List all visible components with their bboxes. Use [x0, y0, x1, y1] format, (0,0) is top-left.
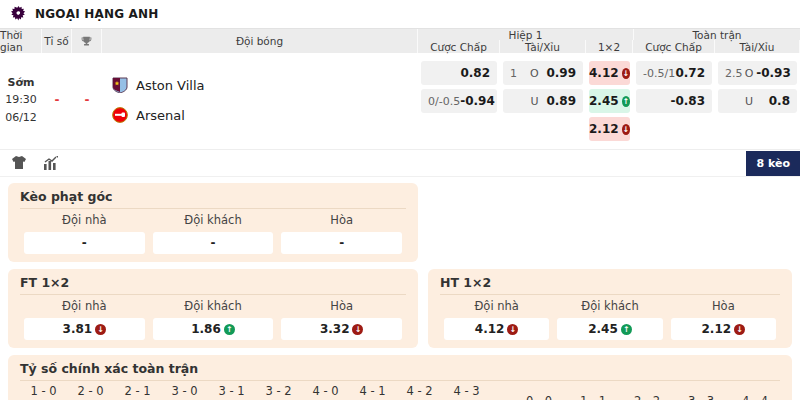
score-col: 0 - 0 9.5	[512, 394, 566, 400]
draw-scores-group: 0 - 0 9.5 1 - 1 5.6 2 - 2 16 3 - 3 99 4 …	[512, 384, 792, 400]
match-row: Sớm 19:30 06/12 - - Aston Villa	[0, 53, 800, 150]
score-col: 4 - 0 249 37	[302, 384, 349, 400]
col-header-time: Thời gian	[0, 29, 42, 53]
ht-1x2-away-odds[interactable]: 2.45	[557, 318, 662, 340]
corner-draw-col: Hòa -	[277, 213, 406, 254]
score-col: 2 - 0 25 7.2	[67, 384, 114, 400]
ft-1x2-home-col: Đội nhà 3.81	[20, 299, 149, 340]
ft-1x2-title: FT 1×2	[20, 275, 406, 295]
match-score: -	[42, 57, 72, 143]
col-header-h1-1x2: 1×2	[586, 40, 633, 53]
h1-handicap-away[interactable]: 0/-0.5 -0.94	[421, 89, 497, 113]
table-header: Thời gian Tỉ số Đội bóng Hiệp 1 Toàn trậ…	[0, 29, 800, 53]
score-col: 4 - 1 224 35	[349, 384, 396, 400]
h1-handicap-odds: 0.82 0/-0.5 -0.94	[418, 57, 500, 143]
score-col: 1 - 0 10.5 5.4	[20, 384, 67, 400]
match-kickoff-time: 19:30	[5, 91, 37, 108]
match-teams: Aston Villa Arsenal	[102, 57, 418, 143]
score-col: 2 - 2 16	[620, 394, 674, 400]
col-header-ft-overunder: Tài/Xỉu	[715, 40, 800, 53]
arsenal-badge-icon	[112, 107, 128, 123]
h1-1x2-draw[interactable]: 2.12	[589, 117, 630, 141]
trend-icon	[622, 124, 630, 135]
corner-odds-panel: Kèo phạt góc Đội nhà - Đội khách - Hòa -	[8, 183, 418, 262]
score-col: 4 - 3 249 224	[443, 384, 490, 400]
away-team[interactable]: Arsenal	[112, 100, 418, 130]
corner-draw-odds[interactable]: -	[281, 232, 402, 254]
score-col: 4 - 4 249	[728, 394, 782, 400]
ht-1x2-draw-col: Hòa 2.12	[667, 299, 780, 340]
home-team-name: Aston Villa	[136, 78, 205, 93]
h1-over[interactable]: 1 O 0.99	[503, 61, 583, 85]
ft-1x2-away-odds[interactable]: 1.86	[153, 318, 274, 340]
ft-over[interactable]: 2.5 O -0.93	[718, 61, 797, 85]
ft-under[interactable]: U 0.8	[718, 89, 797, 113]
ht-1x2-home-odds[interactable]: 4.12	[444, 318, 549, 340]
match-time-label: Sớm	[8, 74, 35, 91]
ht-1x2-panel: HT 1×2 Đội nhà 4.12 Đội khách 2.45 Hòa	[428, 269, 792, 348]
aston-villa-badge-icon	[112, 77, 128, 93]
h1-overunder-odds: 1 O 0.99 U 0.89	[500, 57, 586, 143]
col-header-score: Tỉ số	[42, 29, 72, 53]
ht-1x2-away-col: Đội khách 2.45	[553, 299, 666, 340]
trend-icon	[352, 324, 363, 335]
match-time: Sớm 19:30 06/12	[0, 57, 42, 143]
home-team[interactable]: Aston Villa	[112, 70, 418, 100]
correct-score-title: Tỷ số chính xác toàn trận	[20, 361, 780, 381]
ft-overunder-odds: 2.5 O -0.93 U 0.8	[715, 57, 800, 143]
ft-1x2-draw-col: Hòa 3.32	[277, 299, 406, 340]
correct-score-panel: Tỷ số chính xác toàn trận 1 - 0 10.5 5.4…	[8, 355, 792, 400]
match-date: 06/12	[5, 109, 37, 126]
extra-markets: Kèo phạt góc Đội nhà - Đội khách - Hòa -…	[0, 177, 800, 400]
h1-under[interactable]: U 0.89	[503, 89, 583, 113]
col-header-teams: Đội bóng	[102, 29, 418, 53]
tools-row: 8 kèo	[0, 150, 800, 177]
more-bets-button[interactable]: 8 kèo	[746, 151, 800, 176]
corner-away-col: Đội khách -	[149, 213, 278, 254]
premier-league-logo-icon	[10, 5, 27, 24]
h1-handicap-home[interactable]: 0.82	[421, 61, 497, 85]
score-col: 3 - 3 99	[674, 394, 728, 400]
ft-handicap-odds: -0.5/1 0.72 -0.83	[633, 57, 715, 143]
jersey-icon[interactable]	[10, 154, 28, 172]
ht-1x2-home-col: Đội nhà 4.12	[440, 299, 553, 340]
trophy-icon	[72, 29, 102, 53]
trend-icon	[622, 96, 630, 107]
ft-1x2-home-odds[interactable]: 3.81	[24, 318, 145, 340]
score-col: 3 - 0 89 14.5	[161, 384, 208, 400]
score-col: 3 - 1 49 13.5	[208, 384, 255, 400]
league-header: NGOẠI HẠNG ANH	[0, 0, 800, 28]
ht-1x2-draw-odds[interactable]: 2.12	[671, 318, 776, 340]
h1-1x2-away[interactable]: 2.45	[589, 89, 630, 113]
odds-table: Thời gian Tỉ số Đội bóng Hiệp 1 Toàn trậ…	[0, 28, 800, 177]
trend-icon	[95, 324, 106, 335]
stats-chart-icon[interactable]	[42, 154, 60, 172]
col-header-h1-overunder: Tài/Xỉu	[500, 40, 586, 53]
corner-away-odds[interactable]: -	[153, 232, 274, 254]
ft-1x2-draw-odds[interactable]: 3.32	[281, 318, 402, 340]
score-col: 4 - 2 249 69	[396, 384, 443, 400]
score-col: 2 - 1 14 6.7	[114, 384, 161, 400]
score-col: 1 - 1 5.6	[566, 394, 620, 400]
trend-icon	[734, 324, 745, 335]
group-header-fulltime: Toàn trận	[633, 29, 800, 40]
h1-1x2-home[interactable]: 4.12	[589, 61, 630, 85]
corner-home-odds[interactable]: -	[24, 232, 145, 254]
col-header-h1-handicap: Cược Chấp	[418, 40, 500, 53]
trend-icon	[621, 324, 632, 335]
trend-icon	[622, 68, 630, 79]
ft-handicap-home[interactable]: -0.5/1 0.72	[636, 61, 712, 85]
col-header-ft-handicap: Cược Chấp	[633, 40, 715, 53]
corner-panel-title: Kèo phạt góc	[20, 189, 406, 209]
odds-header-group: Hiệp 1 Toàn trận Cược Chấp Tài/Xỉu 1×2 C…	[418, 29, 800, 53]
league-title: NGOẠI HẠNG ANH	[35, 7, 159, 21]
ht-1x2-title: HT 1×2	[440, 275, 780, 295]
score-col-partial	[782, 394, 792, 400]
ft-handicap-away[interactable]: -0.83	[636, 89, 712, 113]
corner-home-col: Đội nhà -	[20, 213, 149, 254]
ft-1x2-panel: FT 1×2 Đội nhà 3.81 Đội khách 1.86 Hòa	[8, 269, 418, 348]
score-col: 3 - 2 54 28	[255, 384, 302, 400]
trend-icon	[224, 324, 235, 335]
ft-1x2-away-col: Đội khách 1.86	[149, 299, 278, 340]
match-corner-score: -	[72, 57, 102, 143]
